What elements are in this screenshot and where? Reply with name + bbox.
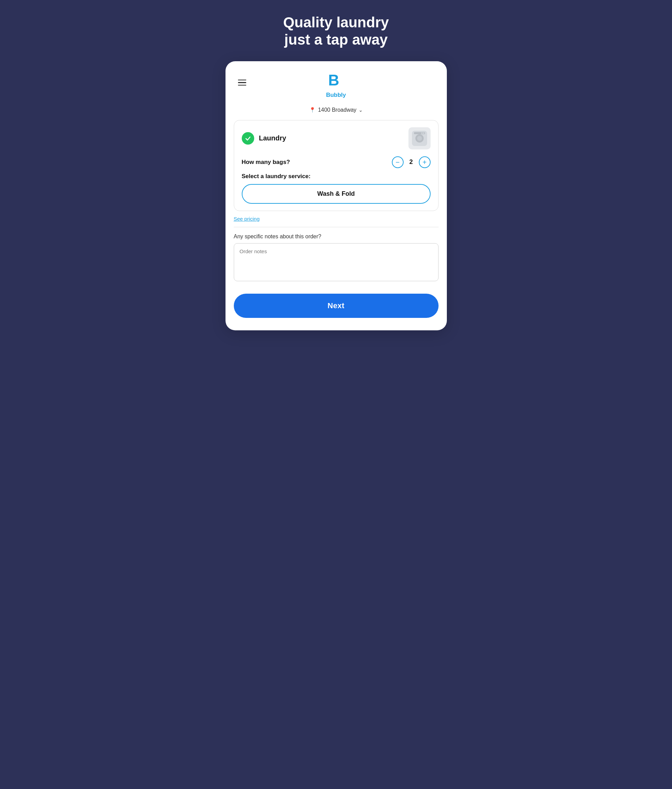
laundry-card-header: Laundry	[242, 127, 431, 149]
service-label: Select a laundry service:	[242, 173, 431, 180]
laundry-title: Laundry	[259, 134, 286, 142]
see-pricing-button[interactable]: See pricing	[234, 216, 260, 222]
location-address: 1400 Broadway	[318, 107, 356, 113]
laundry-card-left: Laundry	[242, 132, 286, 145]
next-button-container: Next	[225, 283, 447, 318]
logo-text: Bubbly	[326, 92, 346, 99]
order-notes-input[interactable]	[234, 243, 439, 281]
bubbly-logo-icon: B	[326, 71, 345, 90]
hamburger-menu[interactable]	[235, 77, 249, 89]
bags-label: How many bags?	[242, 159, 290, 166]
svg-text:B: B	[328, 72, 339, 89]
increase-bags-button[interactable]: +	[419, 157, 431, 168]
hero-title: Quality laundry just a tap away	[283, 14, 389, 49]
svg-point-7	[421, 133, 423, 134]
notes-section: Any specific notes about this order?	[225, 227, 447, 283]
laundry-image	[409, 127, 431, 149]
logo-container: B Bubbly	[326, 71, 346, 99]
check-circle-icon	[242, 132, 254, 145]
counter-group: − 2 +	[392, 157, 431, 168]
location-pin-icon: 📍	[309, 107, 316, 113]
notes-question: Any specific notes about this order?	[234, 233, 439, 240]
app-card: B Bubbly 📍 1400 Broadway ⌄ Laundry	[225, 61, 447, 330]
decrease-bags-button[interactable]: −	[392, 157, 404, 168]
wash-fold-option[interactable]: Wash & Fold	[242, 184, 431, 204]
bags-row: How many bags? − 2 +	[242, 157, 431, 168]
svg-point-6	[423, 133, 425, 134]
app-header: B Bubbly	[225, 61, 447, 104]
bags-count: 2	[409, 158, 414, 166]
laundry-card: Laundry How many bags? − 2 +	[234, 120, 439, 211]
next-button[interactable]: Next	[234, 294, 439, 318]
svg-point-4	[417, 136, 422, 141]
chevron-down-icon: ⌄	[359, 107, 363, 113]
see-pricing-row: See pricing	[225, 211, 447, 222]
location-bar[interactable]: 📍 1400 Broadway ⌄	[225, 104, 447, 120]
